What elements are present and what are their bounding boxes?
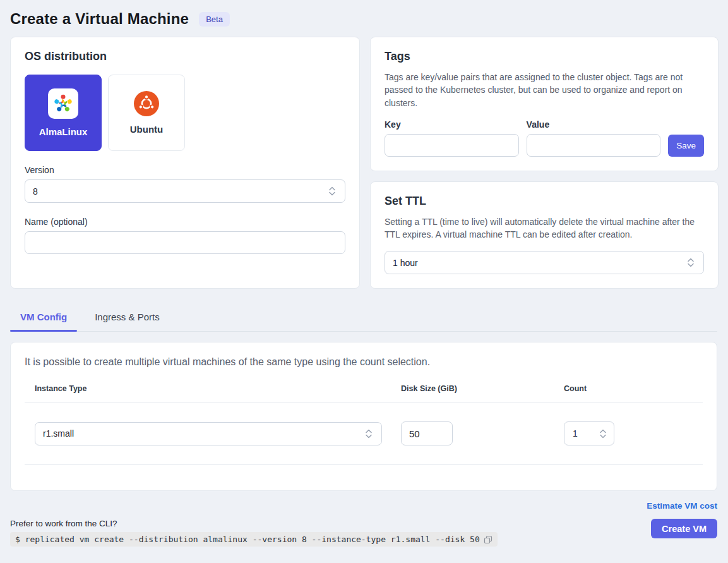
- disk-size-cell: [401, 421, 564, 445]
- tags-card-title: Tags: [385, 50, 704, 63]
- tag-value-field: Value: [527, 119, 661, 157]
- tag-key-label: Key: [385, 119, 519, 130]
- create-vm-button[interactable]: Create VM: [651, 519, 717, 538]
- cli-command-text: $ replicated vm create --distribution al…: [15, 535, 480, 544]
- cli-command-block: $ replicated vm create --distribution al…: [10, 532, 498, 547]
- top-cards-row: OS distribution: [10, 37, 717, 289]
- table-row: r1.small 1: [25, 402, 703, 465]
- instance-type-value: r1.small: [43, 428, 74, 439]
- vm-config-description: It is possible to create multiple virtua…: [25, 356, 703, 368]
- footer-actions: Estimate VM cost Create VM: [647, 501, 717, 552]
- version-select[interactable]: 8: [25, 179, 345, 203]
- instance-type-select[interactable]: r1.small: [35, 422, 382, 445]
- copy-icon[interactable]: [484, 535, 492, 544]
- version-select-value: 8: [33, 186, 38, 197]
- tab-ingress-ports[interactable]: Ingress & Ports: [95, 305, 160, 331]
- tags-card: Tags Tags are key/value pairs that are a…: [370, 37, 719, 171]
- os-tiles: AlmaLinux: [25, 75, 345, 151]
- tab-vm-config[interactable]: VM Config: [20, 305, 67, 331]
- os-card-title: OS distribution: [25, 50, 345, 63]
- chevron-up-down-icon: [327, 186, 337, 197]
- disk-size-input[interactable]: [401, 421, 453, 445]
- table-header-row: Instance Type Disk Size (GiB) Count: [25, 384, 703, 402]
- set-ttl-card: Set TTL Setting a TTL (time to live) wil…: [370, 181, 719, 289]
- column-header-count: Count: [564, 384, 703, 393]
- column-header-disk-size: Disk Size (GiB): [401, 384, 564, 393]
- stepper-up-down-icon[interactable]: [598, 428, 608, 439]
- os-tile-almalinux-label: AlmaLinux: [39, 126, 88, 137]
- page-header: Create a Virtual Machine Beta: [10, 8, 717, 37]
- count-cell: 1: [564, 421, 703, 445]
- ubuntu-logo-icon: [134, 91, 159, 116]
- config-tabs: VM Config Ingress & Ports: [10, 305, 717, 332]
- ttl-select-value: 1 hour: [393, 258, 418, 268]
- tag-key-field: Key: [385, 119, 519, 157]
- estimate-vm-cost-link[interactable]: Estimate VM cost: [647, 501, 717, 511]
- count-stepper[interactable]: 1: [564, 421, 614, 445]
- save-tag-button[interactable]: Save: [668, 135, 704, 157]
- tags-card-description: Tags are key/value pairs that are assign…: [385, 71, 704, 109]
- vm-config-card: It is possible to create multiple virtua…: [10, 342, 717, 491]
- tags-form: Key Value Save: [385, 119, 704, 157]
- vm-name-label: Name (optional): [25, 217, 345, 227]
- version-label: Version: [25, 165, 345, 175]
- ttl-card-description: Setting a TTL (time to live) will automa…: [385, 215, 704, 241]
- tag-key-input[interactable]: [385, 134, 519, 157]
- cli-block: Prefer to work from the CLI? $ replicate…: [10, 519, 498, 552]
- instance-type-cell: r1.small: [35, 422, 401, 445]
- ttl-card-title: Set TTL: [385, 195, 704, 208]
- os-distribution-card: OS distribution: [10, 37, 360, 289]
- chevron-up-down-icon: [686, 257, 696, 268]
- ttl-select[interactable]: 1 hour: [385, 251, 704, 274]
- os-tile-ubuntu-label: Ubuntu: [130, 124, 163, 135]
- cli-prompt-text: Prefer to work from the CLI?: [10, 519, 498, 528]
- almalinux-logo-icon: [48, 88, 78, 119]
- column-header-instance-type: Instance Type: [35, 384, 401, 393]
- beta-badge: Beta: [199, 12, 230, 27]
- tag-value-label: Value: [527, 119, 661, 130]
- vm-name-input[interactable]: [25, 231, 345, 254]
- vm-config-table: Instance Type Disk Size (GiB) Count r1.s…: [25, 384, 703, 465]
- footer: Prefer to work from the CLI? $ replicate…: [10, 501, 717, 552]
- right-column: Tags Tags are key/value pairs that are a…: [370, 37, 719, 289]
- os-tile-almalinux[interactable]: AlmaLinux: [25, 75, 102, 151]
- page-title: Create a Virtual Machine: [10, 10, 189, 28]
- os-tile-ubuntu[interactable]: Ubuntu: [108, 75, 185, 151]
- create-vm-page: Create a Virtual Machine Beta OS distrib…: [0, 0, 728, 552]
- count-value: 1: [573, 428, 578, 439]
- chevron-up-down-icon: [364, 428, 374, 439]
- tag-value-input[interactable]: [527, 134, 661, 157]
